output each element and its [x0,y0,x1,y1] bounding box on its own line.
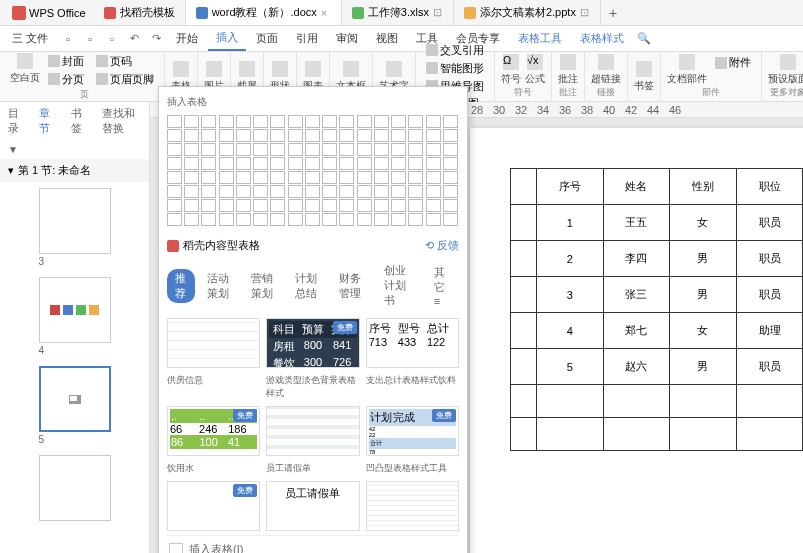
bookmark-button[interactable]: 书签 [628,52,661,101]
grid-cell[interactable] [443,143,458,156]
table-header-cell[interactable] [511,169,537,205]
grid-cell[interactable] [184,199,199,212]
table-cell[interactable]: 3 [536,277,603,313]
grid-cell[interactable] [184,143,199,156]
grid-cell[interactable] [219,185,234,198]
table-cell[interactable]: 2 [536,241,603,277]
table-cell[interactable]: 女 [670,313,737,349]
insert-table-menu[interactable]: 插入表格(I) [167,535,459,553]
grid-cell[interactable] [167,171,182,184]
grid-cell[interactable] [184,157,199,170]
grid-cell[interactable] [201,143,216,156]
template-item[interactable] [366,481,459,531]
grid-cell[interactable] [357,171,372,184]
table-cell[interactable]: 王五 [603,205,670,241]
table-cell[interactable] [511,418,537,451]
table-cell[interactable]: 张三 [603,277,670,313]
nav-tab-bookmarks[interactable]: 书签 [67,104,90,138]
grid-cell[interactable] [184,171,199,184]
menu-start[interactable]: 开始 [168,26,206,51]
table-cell[interactable]: 1 [536,205,603,241]
grid-cell[interactable] [374,185,389,198]
grid-cell[interactable] [270,129,285,142]
grid-cell[interactable] [167,143,182,156]
template-tab[interactable]: 营销策划 [243,269,283,303]
tab-templates[interactable]: 找稻壳模板 [94,0,186,25]
crossref-button[interactable]: 交叉引用 [422,42,488,59]
grid-cell[interactable] [167,199,182,212]
grid-cell[interactable] [167,115,182,128]
grid-cell[interactable] [219,157,234,170]
data-table[interactable]: 序号姓名性别职位考核1王五女职员802李四男职员783张三男职员984郑七女助理… [510,168,803,451]
smartgraphic-button[interactable]: 智能图形 [422,60,488,77]
table-cell[interactable] [511,277,537,313]
grid-cell[interactable] [184,129,199,142]
table-header-cell[interactable]: 性别 [670,169,737,205]
page-thumbnail[interactable] [39,277,111,343]
grid-cell[interactable] [391,129,406,142]
grid-cell[interactable] [253,129,268,142]
grid-cell[interactable] [288,143,303,156]
close-icon[interactable]: ⊡ [580,6,590,19]
grid-cell[interactable] [253,115,268,128]
grid-cell[interactable] [391,185,406,198]
refresh-button[interactable]: ▼ [0,140,149,159]
table-cell[interactable]: 男 [670,241,737,277]
table-cell[interactable] [511,313,537,349]
table-cell[interactable] [603,418,670,451]
grid-cell[interactable] [219,143,234,156]
grid-cell[interactable] [408,199,423,212]
template-tab[interactable]: 计划总结 [287,269,327,303]
search-icon[interactable]: 🔍 [634,29,654,49]
grid-cell[interactable] [374,171,389,184]
grid-cell[interactable] [374,213,389,226]
grid-cell[interactable] [339,199,354,212]
grid-cell[interactable] [339,213,354,226]
grid-cell[interactable] [426,115,441,128]
section-header[interactable]: ▾第 1 节: 未命名 [0,159,149,182]
table-cell[interactable]: 职员 [736,241,803,277]
template-item[interactable] [167,318,260,368]
table-cell[interactable]: 男 [670,349,737,385]
grid-cell[interactable] [322,157,337,170]
grid-cell[interactable] [236,129,251,142]
menu-view[interactable]: 视图 [368,26,406,51]
grid-cell[interactable] [219,115,234,128]
table-cell[interactable]: 4 [536,313,603,349]
grid-cell[interactable] [339,157,354,170]
table-cell[interactable] [511,385,537,418]
grid-cell[interactable] [374,143,389,156]
grid-cell[interactable] [443,213,458,226]
grid-cell[interactable] [253,185,268,198]
formula-icon[interactable]: √x [527,54,543,70]
table-cell[interactable] [603,385,670,418]
table-grid-picker[interactable] [167,115,459,226]
grid-cell[interactable] [219,129,234,142]
grid-cell[interactable] [219,213,234,226]
grid-cell[interactable] [408,213,423,226]
hyperlink-button[interactable]: 超链接链接 [585,52,628,101]
nav-tab-findreplace[interactable]: 查找和替换 [98,104,145,138]
grid-cell[interactable] [443,171,458,184]
pagebreak-button[interactable]: 分页 [44,71,88,88]
grid-cell[interactable] [322,185,337,198]
grid-cell[interactable] [322,129,337,142]
table-cell[interactable] [670,385,737,418]
grid-cell[interactable] [305,185,320,198]
grid-cell[interactable] [288,157,303,170]
grid-cell[interactable] [184,115,199,128]
grid-cell[interactable] [305,213,320,226]
table-cell[interactable]: 赵六 [603,349,670,385]
grid-cell[interactable] [305,143,320,156]
template-item[interactable]: 免费 [167,481,260,531]
grid-cell[interactable] [288,171,303,184]
grid-cell[interactable] [408,129,423,142]
grid-cell[interactable] [374,115,389,128]
grid-cell[interactable] [270,171,285,184]
grid-cell[interactable] [305,157,320,170]
grid-cell[interactable] [408,143,423,156]
grid-cell[interactable] [288,115,303,128]
grid-cell[interactable] [288,213,303,226]
menu-reference[interactable]: 引用 [288,26,326,51]
table-cell[interactable] [736,418,803,451]
